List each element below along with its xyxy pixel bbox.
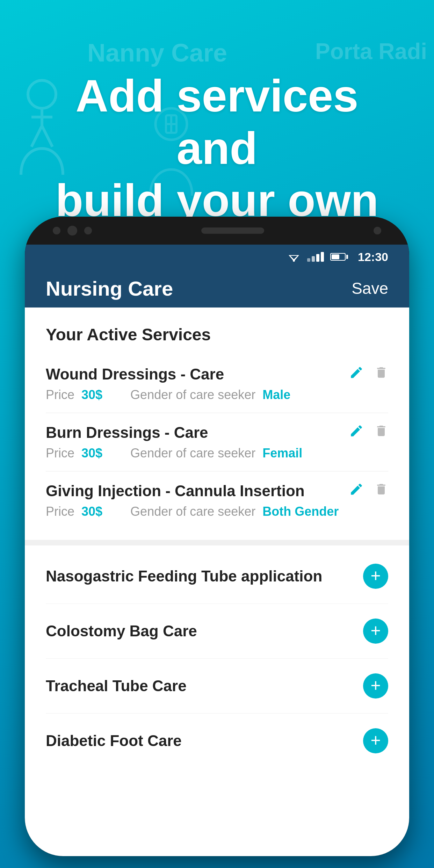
- available-service-item-3: Diabetic Foot Care +: [46, 714, 388, 768]
- add-service-2-button[interactable]: +: [363, 673, 388, 699]
- status-bar: 12:30: [25, 245, 409, 269]
- active-services-title: Your Active Services: [46, 325, 388, 344]
- service-row-bottom-2: Price 30$ Gender of care seeker Both Gen…: [46, 504, 388, 519]
- add-service-0-button[interactable]: +: [363, 564, 388, 589]
- add-service-1-button[interactable]: +: [363, 619, 388, 644]
- gender-label-1: Gender of care seeker: [130, 446, 255, 461]
- edit-service-2-button[interactable]: [349, 482, 364, 500]
- gender-label-0: Gender of care seeker: [130, 388, 255, 402]
- section-divider: [25, 540, 409, 545]
- delete-service-0-button[interactable]: [374, 365, 388, 383]
- service-row-bottom-1: Price 30$ Gender of care seeker Femail: [46, 446, 388, 461]
- available-service-item-2: Tracheal Tube Care +: [46, 659, 388, 714]
- status-icons: 12:30: [287, 250, 388, 264]
- add-icon-1: +: [370, 622, 381, 639]
- service-row-top-0: Wound Dressings - Care: [46, 365, 388, 383]
- gender-value-0: Male: [262, 388, 290, 402]
- app-title: Nursing Care: [46, 277, 173, 300]
- active-services-section: Your Active Services Wound Dressings - C…: [25, 308, 409, 536]
- signal-icon: [307, 252, 324, 262]
- phone-screen: 12:30 Nursing Care Save Your Active Serv…: [25, 245, 409, 856]
- speaker-slot: [201, 227, 264, 234]
- delete-service-2-button[interactable]: [374, 482, 388, 500]
- available-service-name-1: Colostomy Bag Care: [46, 622, 197, 640]
- add-icon-3: +: [370, 731, 381, 749]
- service-row-top-2: Giving Injection - Cannula Insertion: [46, 482, 388, 500]
- price-label-1: Price: [46, 446, 74, 461]
- service-name-0: Wound Dressings - Care: [46, 366, 224, 383]
- available-service-name-2: Tracheal Tube Care: [46, 677, 187, 695]
- save-button[interactable]: Save: [352, 279, 388, 298]
- service-name-2: Giving Injection - Cannula Insertion: [46, 482, 305, 500]
- service-actions-2: [349, 482, 388, 500]
- app-header: Nursing Care Save: [25, 269, 409, 308]
- price-value-1: 30$: [81, 446, 102, 461]
- service-name-1: Burn Dressings - Care: [46, 424, 208, 441]
- price-label-0: Price: [46, 388, 74, 402]
- available-service-name-0: Nasogastric Feeding Tube application: [46, 567, 322, 585]
- gender-value-2: Both Gender: [262, 504, 339, 519]
- status-time: 12:30: [358, 250, 388, 264]
- edit-service-1-button[interactable]: [349, 424, 364, 442]
- delete-service-1-button[interactable]: [374, 424, 388, 442]
- price-value-0: 30$: [81, 388, 102, 402]
- add-icon-0: +: [370, 567, 381, 584]
- available-service-item-1: Colostomy Bag Care +: [46, 604, 388, 659]
- active-service-item-2: Giving Injection - Cannula Insertion: [46, 471, 388, 529]
- active-service-item-1: Burn Dressings - Care: [46, 413, 388, 471]
- edit-service-0-button[interactable]: [349, 365, 364, 383]
- front-camera: [374, 227, 381, 234]
- service-actions-0: [349, 365, 388, 383]
- service-row-bottom-0: Price 30$ Gender of care seeker Male: [46, 388, 388, 402]
- available-services-section: Nasogastric Feeding Tube application + C…: [25, 549, 409, 768]
- gender-label-2: Gender of care seeker: [130, 504, 255, 519]
- service-row-top-1: Burn Dressings - Care: [46, 424, 388, 442]
- battery-icon: [330, 253, 348, 261]
- gender-value-1: Femail: [262, 446, 302, 461]
- bg-text-nanny: Nanny Care: [87, 38, 227, 67]
- price-value-2: 30$: [81, 504, 102, 519]
- app-content: Your Active Services Wound Dressings - C…: [25, 308, 409, 856]
- bg-text-porta: Porta Radi: [315, 38, 427, 64]
- camera-dot-2: [67, 226, 77, 236]
- add-icon-2: +: [370, 677, 381, 694]
- phone-top-bar: [25, 217, 409, 245]
- available-service-name-3: Diabetic Foot Care: [46, 732, 182, 750]
- service-actions-1: [349, 424, 388, 442]
- svg-point-11: [293, 260, 295, 262]
- available-service-item-0: Nasogastric Feeding Tube application +: [46, 549, 388, 604]
- phone-cameras-right: [374, 227, 381, 234]
- phone-frame: 12:30 Nursing Care Save Your Active Serv…: [25, 217, 409, 856]
- camera-dot-3: [84, 227, 92, 234]
- price-label-2: Price: [46, 504, 74, 519]
- add-service-3-button[interactable]: +: [363, 728, 388, 753]
- wifi-icon: [287, 252, 301, 262]
- active-service-item-0: Wound Dressings - Care: [46, 355, 388, 413]
- phone-cameras: [53, 226, 92, 236]
- camera-dot-1: [53, 227, 60, 234]
